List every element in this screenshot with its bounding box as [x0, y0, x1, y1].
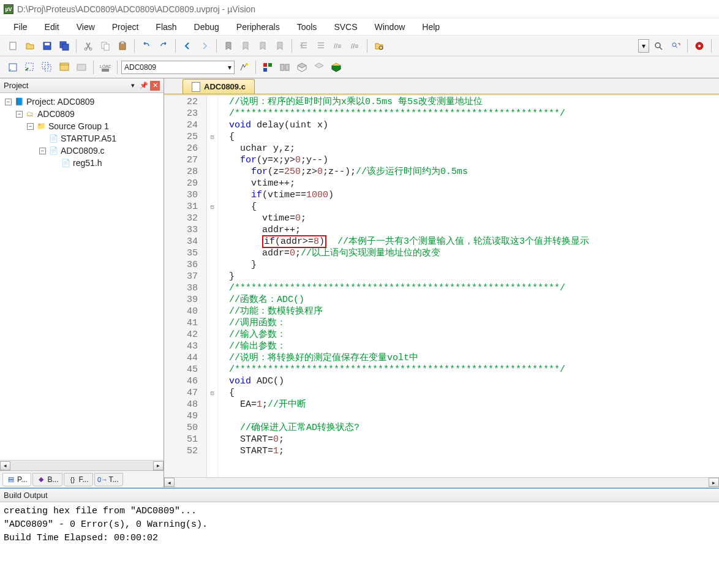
menu-debug[interactable]: Debug [187, 20, 227, 34]
svg-point-27 [246, 63, 248, 66]
tab-project[interactable]: ▤P... [2, 473, 31, 486]
debug-icon[interactable] [691, 38, 707, 54]
tab-books[interactable]: ◆B... [32, 473, 62, 486]
bookmark-toggle-icon[interactable] [220, 38, 236, 54]
project-tree[interactable]: − 📘 Project: ADC0809 − 🗂 ADC0809 − 📁 Sou… [0, 93, 164, 460]
code-content[interactable]: //说明：程序的延时时间为x乘以0.5ms 每5s改变测量地址位 /******… [218, 96, 719, 477]
svg-rect-21 [45, 65, 51, 71]
code-editor[interactable]: 2223242526272829303132333435363738394041… [164, 94, 719, 477]
tree-file[interactable]: 📄 reg51.h [2, 157, 161, 169]
books-icon[interactable] [328, 59, 344, 75]
editor-tab-active[interactable]: ADC0809.c [183, 79, 255, 94]
tree-target[interactable]: − 🗂 ADC0809 [2, 108, 161, 120]
scroll-track[interactable] [10, 461, 153, 470]
find-in-files-icon[interactable] [371, 38, 387, 54]
indent-icon[interactable] [296, 38, 312, 54]
copy-icon[interactable] [97, 38, 113, 54]
menu-window[interactable]: Window [367, 20, 413, 34]
build-output-body[interactable]: creating hex file from "ADC0809"..."ADC0… [0, 502, 719, 557]
tree-group[interactable]: − 📁 Source Group 1 [2, 120, 161, 132]
nav-back-icon[interactable] [179, 38, 195, 54]
fold-column[interactable]: ⊟⊟⊟ [207, 96, 218, 477]
build-icon[interactable] [22, 59, 38, 75]
tree-label: reg51.h [73, 158, 102, 168]
save-all-icon[interactable] [56, 38, 72, 54]
menu-view[interactable]: View [69, 20, 102, 34]
menu-tools[interactable]: Tools [290, 20, 325, 34]
panel-close-icon[interactable]: ✕ [150, 81, 160, 91]
undo-icon[interactable] [138, 38, 154, 54]
find-icon[interactable] [650, 38, 666, 54]
menu-project[interactable]: Project [105, 20, 146, 34]
panel-pin-icon[interactable]: 📌 [139, 81, 149, 91]
scroll-right-icon[interactable]: ▸ [153, 461, 164, 470]
nav-forward-icon[interactable] [197, 38, 213, 54]
scroll-left-icon[interactable]: ◂ [0, 461, 10, 470]
toolbar-separator [292, 39, 292, 53]
menu-file[interactable]: File [6, 20, 35, 34]
project-panel-header: Project ▾ 📌 ✕ [0, 78, 164, 93]
stop-build-icon[interactable] [73, 59, 89, 75]
download-icon[interactable]: LOAD [97, 59, 113, 75]
target-select[interactable]: ADC0809 ▾ [121, 61, 235, 74]
outdent-icon[interactable] [313, 38, 329, 54]
menu-peripherals[interactable]: Peripherals [229, 20, 287, 34]
bookmark-prev-icon[interactable] [238, 38, 254, 54]
bookmark-next-icon[interactable] [255, 38, 271, 54]
panel-hscroll[interactable]: ◂ ▸ [0, 460, 164, 470]
toolbar-separator [76, 39, 77, 53]
svg-rect-28 [263, 63, 267, 67]
functions-tab-icon: {} [68, 475, 77, 484]
scroll-left-icon[interactable]: ◂ [164, 478, 175, 487]
translate-icon[interactable] [5, 59, 21, 75]
redo-icon[interactable] [156, 38, 171, 54]
build-output-header: Build Output [0, 489, 719, 502]
pack-installer-icon[interactable] [311, 59, 327, 75]
books-tab-icon: ◆ [37, 475, 45, 484]
collapse-icon[interactable]: − [27, 123, 34, 130]
uncomment-icon[interactable]: //≡ [347, 38, 363, 54]
panel-menu-icon[interactable]: ▾ [128, 81, 138, 91]
toolbar-separator [93, 61, 94, 74]
menu-svcs[interactable]: SVCS [326, 20, 364, 34]
tree-file[interactable]: − 📄 ADC0809.c [2, 145, 161, 157]
collapse-icon[interactable]: − [16, 111, 23, 118]
paste-icon[interactable] [115, 38, 130, 54]
tree-file[interactable]: 📄 STARTUP.A51 [2, 132, 161, 145]
folder-icon: 📁 [36, 122, 46, 130]
toolbar-separator [175, 39, 176, 53]
select-packs-icon[interactable] [294, 59, 310, 75]
app-icon: µV [4, 4, 13, 14]
collapse-icon[interactable]: − [5, 99, 12, 105]
menu-help[interactable]: Help [415, 20, 447, 34]
file-icon: 📄 [61, 159, 70, 167]
options-icon[interactable] [236, 59, 252, 75]
cut-icon[interactable] [80, 38, 96, 54]
scroll-track[interactable] [175, 478, 709, 488]
bookmark-clear-icon[interactable] [272, 38, 288, 54]
new-file-icon[interactable] [5, 38, 21, 54]
tab-functions[interactable]: {}F... [64, 473, 92, 486]
toolbar-separator [367, 39, 367, 53]
tree-root[interactable]: − 📘 Project: ADC0809 [2, 96, 161, 108]
tab-templates[interactable]: 0→T... [94, 473, 123, 486]
incremental-find-icon[interactable] [668, 38, 683, 54]
open-file-icon[interactable] [22, 38, 38, 54]
manage-components-icon[interactable] [260, 59, 276, 75]
rebuild-icon[interactable] [39, 59, 55, 75]
svg-text://≡: //≡ [334, 42, 342, 50]
save-icon[interactable] [39, 38, 55, 54]
menu-edit[interactable]: Edit [37, 20, 67, 34]
batch-build-icon[interactable] [56, 59, 72, 75]
svg-rect-26 [102, 69, 109, 72]
scroll-right-icon[interactable]: ▸ [709, 478, 719, 487]
menu-flash[interactable]: Flash [148, 20, 184, 34]
editor-hscroll[interactable]: ◂ ▸ [164, 477, 719, 488]
comment-icon[interactable]: //≡ [330, 38, 346, 54]
svg-rect-29 [268, 63, 272, 67]
find-dropdown[interactable]: ▾ [638, 39, 649, 53]
manage-multi-icon[interactable] [277, 59, 293, 75]
build-output-title: Build Output [4, 491, 48, 500]
collapse-icon[interactable]: − [39, 148, 46, 154]
svg-point-17 [698, 45, 701, 47]
